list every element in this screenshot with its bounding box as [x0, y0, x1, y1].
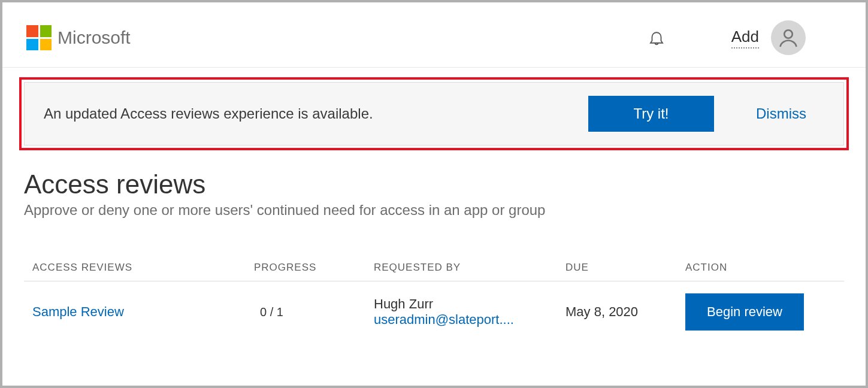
add-button[interactable]: Add: [731, 28, 759, 48]
header: Microsoft Add: [2, 2, 866, 68]
col-name: ACCESS REVIEWS: [32, 262, 254, 274]
banner-message: An updated Access reviews experience is …: [44, 105, 564, 122]
notifications-icon[interactable]: [648, 29, 666, 47]
svg-point-0: [784, 30, 793, 38]
brand-text: Microsoft: [58, 28, 131, 48]
col-due: DUE: [565, 262, 685, 274]
review-progress: 0 / 1: [254, 305, 374, 319]
review-name-link[interactable]: Sample Review: [32, 304, 254, 320]
feature-banner: An updated Access reviews experience is …: [24, 82, 844, 146]
table-header: ACCESS REVIEWS PROGRESS REQUESTED BY DUE…: [24, 254, 844, 281]
col-action: ACTION: [685, 262, 836, 274]
review-requested-by: Hugh Zurr useradmin@slateport....: [374, 296, 565, 328]
review-action: Begin review: [685, 293, 836, 331]
access-reviews-table: ACCESS REVIEWS PROGRESS REQUESTED BY DUE…: [24, 254, 844, 342]
requester-name: Hugh Zurr: [374, 296, 565, 312]
brand-logo[interactable]: Microsoft: [26, 25, 131, 50]
requester-email-link[interactable]: useradmin@slateport....: [374, 312, 545, 328]
microsoft-logo-icon: [26, 25, 52, 50]
dismiss-button[interactable]: Dismiss: [738, 105, 824, 122]
app-frame: Microsoft Add An updated Access reviews …: [2, 2, 866, 386]
page-body: Access reviews Approve or deny one or mo…: [2, 169, 866, 342]
review-due: May 8, 2020: [565, 304, 685, 320]
page-title: Access reviews: [24, 169, 844, 199]
try-it-button[interactable]: Try it!: [588, 96, 714, 132]
page-subtitle: Approve or deny one or more users' conti…: [24, 202, 844, 219]
begin-review-button[interactable]: Begin review: [685, 293, 804, 331]
table-row: Sample Review 0 / 1 Hugh Zurr useradmin@…: [24, 281, 844, 342]
person-icon: [778, 27, 799, 48]
feature-banner-highlight: An updated Access reviews experience is …: [19, 77, 849, 150]
user-avatar[interactable]: [771, 20, 806, 55]
col-progress: PROGRESS: [254, 262, 374, 274]
col-requested: REQUESTED BY: [374, 262, 565, 274]
